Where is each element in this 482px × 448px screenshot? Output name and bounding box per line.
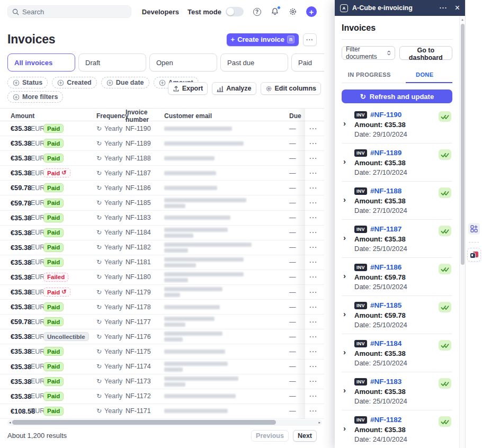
- expand-chevron-icon[interactable]: ›: [343, 424, 346, 432]
- acube-extension-launcher[interactable]: [467, 248, 481, 262]
- invoice-number-link[interactable]: #NF-1186: [370, 263, 401, 271]
- table-row[interactable]: €35.38 EUR Paid ↻ Yearly NF-1175 — ···: [0, 344, 324, 359]
- table-row[interactable]: €35.38 EUR Paid↺ ↻ Yearly NF-1179 — ···: [0, 285, 324, 300]
- previous-page-button[interactable]: Previous: [251, 430, 289, 442]
- table-row[interactable]: €59.78 EUR Paid ↻ Yearly NF-1185 — ···: [0, 195, 324, 210]
- row-menu-button[interactable]: ···: [305, 126, 322, 132]
- row-menu-button[interactable]: ···: [305, 185, 322, 191]
- add-apps-button[interactable]: [468, 223, 480, 235]
- row-menu-button[interactable]: ···: [305, 319, 322, 325]
- scroll-left-arrow-icon[interactable]: ◂: [9, 420, 11, 425]
- circle-plus-icon: [106, 79, 113, 86]
- settings-button[interactable]: [288, 7, 298, 16]
- invoice-number-link[interactable]: #NF-1189: [370, 149, 401, 157]
- expand-chevron-icon[interactable]: ›: [343, 310, 346, 318]
- more-options-button[interactable]: ···: [303, 33, 317, 46]
- scrollbar-thumb[interactable]: [12, 420, 276, 425]
- search-input[interactable]: Search: [7, 5, 131, 18]
- row-menu-button[interactable]: ···: [305, 200, 322, 206]
- table-row[interactable]: €35.38 EUR Paid ↻ Yearly NF-1190 — ···: [0, 121, 324, 136]
- invoice-number: NF-1171: [126, 407, 164, 415]
- close-icon[interactable]: ×: [455, 4, 460, 12]
- table-row[interactable]: €108.58 EUR Paid ↻ Yearly NF-1171 — ···: [0, 404, 324, 419]
- table-row[interactable]: €35.38 EUR Paid↺ ↻ Yearly NF-1187 — ···: [0, 166, 324, 181]
- refresh-and-update-button[interactable]: ↻ Refresh and update: [342, 89, 452, 103]
- view-tab-paid[interactable]: Paid: [291, 53, 324, 71]
- filter-chip-due-date[interactable]: Due date: [101, 77, 149, 88]
- row-menu-button[interactable]: ···: [305, 348, 322, 355]
- edit-columns-button[interactable]: Edit columns: [261, 82, 321, 95]
- expand-chevron-icon[interactable]: ›: [343, 386, 346, 394]
- table-row[interactable]: €35.38 EUR Paid ↻ Yearly NF-1184 — ···: [0, 226, 324, 240]
- invoice-number-link[interactable]: #NF-1188: [370, 187, 401, 195]
- invoice-number-link[interactable]: #NF-1183: [370, 378, 401, 386]
- refund-arrow-icon: ↺: [61, 289, 66, 295]
- invoice-number-link[interactable]: #NF-1182: [370, 416, 401, 424]
- table-row[interactable]: €35.38 EUR Failed ↻ Yearly NF-1180 — ···: [0, 270, 324, 285]
- row-menu-button[interactable]: ···: [305, 155, 322, 162]
- view-tab-open[interactable]: Open: [149, 53, 217, 71]
- view-tab-past-due[interactable]: Past due: [220, 53, 288, 71]
- analyze-button[interactable]: Analyze: [212, 82, 256, 95]
- table-row[interactable]: €35.38 EUR Paid ↻ Yearly NF-1182 — ···: [0, 240, 324, 255]
- table-row[interactable]: €59.78 EUR Paid ↻ Yearly NF-1177 — ···: [0, 315, 324, 329]
- extension-menu-button[interactable]: ···: [440, 4, 448, 12]
- table-row[interactable]: €35.38 EUR Paid ↻ Yearly NF-1181 — ···: [0, 255, 324, 270]
- filter-chip-created[interactable]: Created: [52, 77, 97, 88]
- expand-chevron-icon[interactable]: ›: [343, 119, 346, 127]
- table-row[interactable]: €35.38 EUR Paid ↻ Yearly NF-1188 — ···: [0, 151, 324, 166]
- table-row[interactable]: €59.78 EUR Paid ↻ Yearly NF-1186 — ···: [0, 181, 324, 195]
- quick-add-button[interactable]: +: [306, 6, 317, 17]
- table-row[interactable]: €35.38 EUR Paid ↻ Yearly NF-1178 — ···: [0, 300, 324, 315]
- notifications-button[interactable]: [270, 7, 280, 16]
- row-menu-button[interactable]: ···: [305, 214, 322, 221]
- invoice-number-link[interactable]: #NF-1185: [370, 301, 401, 309]
- panel-tab-done[interactable]: DONE: [397, 68, 453, 83]
- expand-chevron-icon[interactable]: ›: [343, 157, 346, 165]
- row-menu-button[interactable]: ···: [305, 334, 322, 340]
- expand-chevron-icon[interactable]: ›: [343, 195, 346, 203]
- expand-chevron-icon[interactable]: ›: [343, 272, 346, 280]
- row-menu-button[interactable]: ···: [305, 274, 322, 280]
- create-invoice-button[interactable]: + Create invoice n: [227, 33, 299, 46]
- expand-chevron-icon[interactable]: ›: [343, 348, 346, 356]
- filter-documents-select[interactable]: Filter documents: [342, 46, 395, 60]
- table-row[interactable]: €35.38 EUR Paid ↻ Yearly NF-1189 — ···: [0, 136, 324, 151]
- go-to-dashboard-button[interactable]: Go to dashboard: [399, 46, 452, 60]
- panel-scrollbar-thumb[interactable]: [461, 24, 465, 265]
- table-row[interactable]: €35.38 EUR Paid ↻ Yearly NF-1174 — ···: [0, 360, 324, 374]
- row-menu-button[interactable]: ···: [305, 244, 322, 250]
- help-button[interactable]: ?: [252, 7, 262, 16]
- export-button[interactable]: Export: [168, 82, 208, 95]
- filter-chip-status[interactable]: Status: [7, 77, 48, 88]
- table-row[interactable]: €35.38 EUR Paid ↻ Yearly NF-1173 — ···: [0, 374, 324, 389]
- developers-link[interactable]: Developers: [142, 8, 179, 16]
- invoice-number-link[interactable]: #NF-1190: [370, 111, 401, 119]
- next-page-button[interactable]: Next: [293, 430, 317, 442]
- row-menu-button[interactable]: ···: [305, 140, 322, 147]
- view-tab-all-invoices[interactable]: All invoices: [7, 53, 75, 71]
- row-menu-button[interactable]: ···: [305, 229, 322, 236]
- table-row[interactable]: €35.38 EUR Paid ↻ Yearly NF-1172 — ···: [0, 389, 324, 404]
- invoice-number-link[interactable]: #NF-1184: [370, 339, 401, 347]
- scroll-right-arrow-icon[interactable]: ▸: [318, 420, 320, 425]
- scroll-up-arrow-icon[interactable]: ▲: [460, 18, 465, 21]
- panel-scrollbar[interactable]: ▲: [459, 16, 465, 448]
- panel-tab-in-progress[interactable]: IN PROGRESS: [342, 68, 397, 83]
- row-menu-button[interactable]: ···: [305, 304, 322, 310]
- horizontal-scrollbar[interactable]: ◂ ▸: [7, 419, 322, 426]
- row-menu-button[interactable]: ···: [305, 289, 322, 295]
- filter-chip-more-filters[interactable]: More filters: [7, 91, 63, 103]
- invoice-number-link[interactable]: #NF-1187: [370, 225, 401, 233]
- view-tab-draft[interactable]: Draft: [78, 53, 146, 71]
- test-mode-toggle[interactable]: [226, 7, 244, 16]
- row-menu-button[interactable]: ···: [305, 378, 322, 384]
- row-menu-button[interactable]: ···: [305, 408, 322, 414]
- row-menu-button[interactable]: ···: [305, 170, 322, 176]
- table-row[interactable]: €35.38 EUR Paid ↻ Yearly NF-1183 — ···: [0, 211, 324, 226]
- row-menu-button[interactable]: ···: [305, 259, 322, 265]
- row-menu-button[interactable]: ···: [305, 363, 322, 370]
- row-menu-button[interactable]: ···: [305, 393, 322, 399]
- expand-chevron-icon[interactable]: ›: [343, 234, 346, 241]
- table-row[interactable]: €35.38 EUR Uncollectible ↻ Yearly NF-117…: [0, 329, 324, 344]
